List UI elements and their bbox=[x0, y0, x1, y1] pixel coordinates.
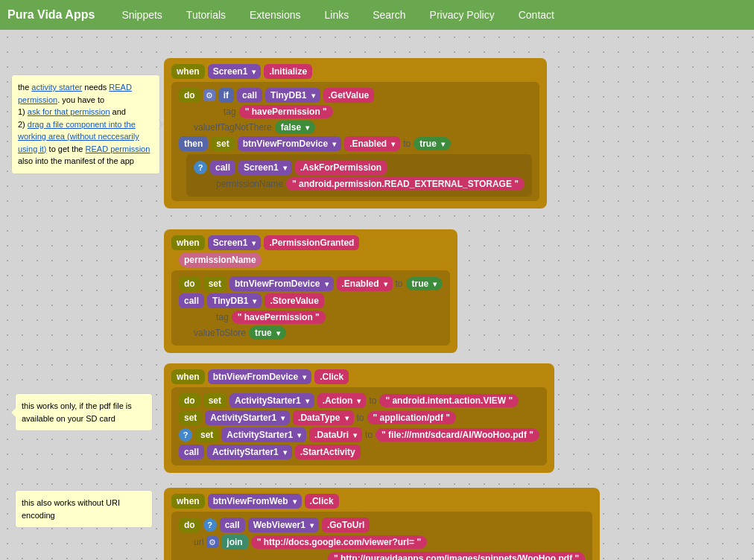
valueiftagnotthere-row: valueIfTagNotThere false bbox=[194, 121, 532, 134]
note1-text: the activity starter needs READ permissi… bbox=[18, 83, 150, 165]
enabled-2[interactable]: .Enabled bbox=[337, 276, 393, 291]
activity-starter-1[interactable]: ActivityStarter1 bbox=[229, 393, 314, 408]
webviewer1[interactable]: WebViewer1 bbox=[248, 518, 319, 532]
set-label-1: set bbox=[211, 136, 234, 151]
btn-view-device-1[interactable]: btnViewFromDevice bbox=[238, 136, 341, 151]
to-label-1: to bbox=[403, 139, 411, 149]
app-pdf-val: " application/pdf " bbox=[367, 411, 456, 424]
if-block: if bbox=[218, 88, 234, 103]
true-val-2[interactable]: true bbox=[406, 277, 443, 290]
do-if-row: do ⚙ if call TinyDB1 .GetValue bbox=[179, 88, 532, 103]
note1: the activity starter needs READ permissi… bbox=[11, 74, 160, 174]
set-label-3: set bbox=[203, 393, 226, 408]
nested-section: ? call Screen1 .AskForPermission permiss… bbox=[186, 154, 532, 197]
tinydb1-1[interactable]: TinyDB1 bbox=[265, 88, 320, 103]
read-external-val: " android.permission.READ_EXTERNAL_STORA… bbox=[286, 177, 525, 191]
to-label-3: to bbox=[369, 395, 376, 406]
url-label: url bbox=[194, 537, 203, 547]
do-section-4: do ? call WebViewer1 .GoToUrl url ⚙ join… bbox=[171, 512, 592, 560]
section1: when Screen1 .Initialize do ⚙ if call Ti… bbox=[164, 58, 547, 209]
gear-icon-2: ⚙ bbox=[206, 536, 218, 548]
do-label-4: do bbox=[179, 518, 200, 532]
brand-logo[interactable]: Pura Vida Apps bbox=[7, 8, 95, 22]
nav-contact[interactable]: Contact bbox=[514, 9, 559, 21]
when-row-2: when Screen1 .PermissionGranted bbox=[171, 235, 450, 250]
initialize-block: .Initialize bbox=[264, 64, 312, 79]
valuetostore-row: valueToStore true bbox=[194, 326, 443, 340]
call-label-4: call bbox=[179, 445, 204, 459]
navbar: Pura Vida Apps Snippets Tutorials Extens… bbox=[0, 0, 754, 30]
do-set-action-row: do set ActivityStarter1 .Action to " and… bbox=[179, 393, 539, 408]
to-label-5: to bbox=[365, 430, 373, 440]
true-val-3[interactable]: true bbox=[249, 326, 286, 340]
url-row: url ⚙ join " http://docs.google.com/view… bbox=[194, 535, 585, 550]
do-section-1: do ⚙ if call TinyDB1 .GetValue tag " hav… bbox=[171, 82, 539, 201]
when-label-2: when bbox=[171, 235, 205, 250]
call-startactivity-row: call ActivityStarter1 .StartActivity bbox=[179, 445, 539, 459]
section2: when Screen1 .PermissionGranted permissi… bbox=[164, 229, 457, 353]
do-section-2: do set btnViewFromDevice .Enabled to tru… bbox=[171, 270, 450, 346]
valueiftagnotthere-label: valueIfTagNotThere bbox=[194, 122, 272, 133]
tag-row: tag " havePermission " bbox=[224, 105, 532, 118]
datauri-prop[interactable]: .DataUri bbox=[309, 427, 362, 442]
nav-links[interactable]: Links bbox=[320, 9, 354, 21]
google-viewer-val: " http://docs.google.com/viewer?url= " bbox=[251, 535, 427, 549]
tag-label-2: tag bbox=[216, 312, 229, 322]
connector-2: ? bbox=[179, 428, 192, 442]
to-label-2: to bbox=[396, 279, 403, 289]
nav-extensions[interactable]: Extensions bbox=[245, 9, 305, 21]
tinydb1-2[interactable]: TinyDB1 bbox=[207, 293, 262, 308]
screen1-3[interactable]: Screen1 bbox=[208, 235, 262, 250]
activity-starter-3[interactable]: ActivityStarter1 bbox=[221, 427, 306, 442]
permissionname-label: permissionName bbox=[216, 179, 283, 189]
then-block: then bbox=[179, 136, 208, 151]
do-section-3: do set ActivityStarter1 .Action to " and… bbox=[171, 387, 547, 465]
have-permission-val: " havePermission " bbox=[239, 105, 333, 118]
false-val-1[interactable]: false bbox=[275, 121, 315, 134]
tag-label-1: tag bbox=[224, 106, 236, 117]
action-prop[interactable]: .Action bbox=[317, 393, 367, 408]
enabled-1[interactable]: .Enabled bbox=[344, 136, 400, 151]
permissiongranted-block: .PermissionGranted bbox=[264, 235, 359, 250]
when-row-3: when btnViewFromDevice .Click bbox=[171, 369, 547, 384]
call-label-3: call bbox=[179, 293, 204, 308]
call-label-2: call bbox=[210, 160, 235, 175]
do-call-goturl-row: do ? call WebViewer1 .GoToUrl bbox=[179, 518, 585, 532]
btn-view-device-2[interactable]: btnViewFromDevice bbox=[229, 276, 333, 291]
getvalue-block: .GetValue bbox=[323, 88, 375, 103]
btn-view-web[interactable]: btnViewFromWeb bbox=[208, 494, 302, 509]
screen1-2[interactable]: Screen1 bbox=[238, 160, 292, 175]
true-val-1[interactable]: true bbox=[414, 137, 451, 150]
do-label-3: do bbox=[179, 393, 200, 408]
nav-search[interactable]: Search bbox=[368, 9, 410, 21]
do-label-2: do bbox=[179, 276, 200, 291]
call-storevalue-row: call TinyDB1 .StoreValue bbox=[179, 293, 443, 308]
btn-view-device-3[interactable]: btnViewFromDevice bbox=[208, 369, 311, 384]
screen1-block-1[interactable]: Screen1 bbox=[208, 64, 262, 79]
nav-tutorials[interactable]: Tutorials bbox=[182, 9, 230, 21]
datatype-prop[interactable]: .DataType bbox=[293, 410, 353, 425]
then-row: then set btnViewFromDevice .Enabled to t… bbox=[179, 136, 532, 151]
connector-3: ? bbox=[203, 518, 217, 532]
when-row-4: when btnViewFromWeb .Click bbox=[171, 494, 592, 509]
askforpermission-block: .AskForPermission bbox=[295, 160, 387, 175]
nav-privacy[interactable]: Privacy Policy bbox=[425, 9, 499, 21]
activity-starter-4[interactable]: ActivityStarter1 bbox=[207, 445, 292, 459]
permissionname-row: permissionName " android.permission.READ… bbox=[216, 177, 525, 191]
permissionname-param-row: permissionName bbox=[179, 252, 450, 267]
click-block-2: .Click bbox=[305, 494, 339, 509]
click-block-1: .Click bbox=[314, 369, 349, 384]
file-path-val: " file:///mnt/sdcard/AI/WooHoo.pdf " bbox=[376, 428, 539, 442]
permissionname-param: permissionName bbox=[179, 252, 262, 267]
activity-starter-2[interactable]: ActivityStarter1 bbox=[205, 410, 290, 425]
startactivity-block: .StartActivity bbox=[295, 445, 361, 459]
gear-icon-1: ⚙ bbox=[203, 89, 215, 101]
pura-vida-url-val: " http://puravidaapps.com/images/snippet… bbox=[328, 552, 585, 560]
set-datauri-row: ? set ActivityStarter1 .DataUri to " fil… bbox=[179, 427, 539, 442]
set-label-2: set bbox=[203, 276, 226, 291]
nav-snippets[interactable]: Snippets bbox=[117, 9, 166, 21]
set-label-5: set bbox=[195, 427, 218, 442]
have-permission-val-2: " havePermission " bbox=[232, 311, 326, 324]
gotourl-block: .GoToUrl bbox=[322, 518, 370, 532]
call-ask-row: ? call Screen1 .AskForPermission bbox=[194, 160, 525, 175]
